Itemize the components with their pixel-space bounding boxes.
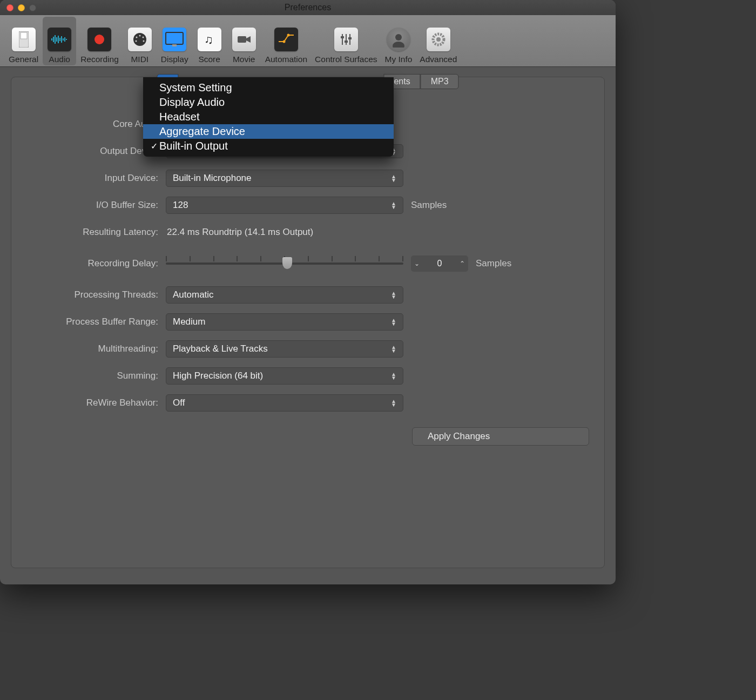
summing-select[interactable]: High Precision (64 bit) ▲▼ — [166, 367, 403, 385]
svg-point-32 — [395, 34, 402, 41]
svg-rect-22 — [238, 36, 246, 43]
summing-label: Summing: — [26, 371, 166, 381]
tab-my-info[interactable]: My Info — [382, 17, 416, 65]
slider-thumb[interactable] — [282, 257, 292, 269]
svg-rect-30 — [345, 41, 348, 43]
gear-icon — [427, 28, 450, 51]
preferences-window: Preferences General Audio Recording MID — [0, 0, 616, 584]
dropdown-item-system-setting[interactable]: System Setting — [143, 80, 394, 95]
input-device-label: Input Device: — [26, 173, 166, 184]
window-title: Preferences — [0, 3, 616, 12]
stepper-icon: ▲▼ — [391, 291, 396, 299]
dropdown-item-aggregate-device[interactable]: Aggregate Device — [143, 124, 394, 139]
tab-audio[interactable]: Audio — [43, 17, 76, 65]
select-value: Automatic — [173, 290, 214, 300]
row-multithreading: Multithreading: Playback & Live Tracks ▲… — [26, 340, 589, 358]
svg-point-14 — [139, 35, 140, 36]
stepper-icon: ▲▼ — [391, 318, 396, 326]
io-buffer-select[interactable]: 128 ▲▼ — [166, 197, 403, 214]
svg-point-33 — [393, 42, 404, 48]
svg-point-25 — [287, 33, 289, 36]
tab-label: MIDI — [131, 55, 148, 64]
dropdown-item-label: Display Audio — [159, 96, 225, 109]
row-recording-delay: Recording Delay: ⌄ 0 ⌃ Samples — [26, 254, 589, 273]
midi-icon — [128, 28, 152, 51]
chevron-up-icon[interactable]: ⌃ — [460, 260, 465, 267]
tab-movie[interactable]: Movie — [227, 17, 261, 65]
subtab-mp3[interactable]: MP3 — [421, 74, 459, 89]
buffer-range-select[interactable]: Medium ▲▼ — [166, 313, 403, 331]
tab-control-surfaces[interactable]: Control Surfaces — [312, 17, 380, 65]
select-value: Off — [173, 398, 185, 408]
buffer-range-label: Process Buffer Range: — [26, 317, 166, 327]
stepper-icon: ▲▼ — [391, 399, 396, 407]
tab-automation[interactable]: Automation — [262, 17, 310, 65]
switch-icon — [12, 28, 36, 51]
tab-recording[interactable]: Recording — [77, 17, 122, 65]
row-processing-threads: Processing Threads: Automatic ▲▼ — [26, 286, 589, 304]
apply-changes-button[interactable]: Apply Changes — [412, 427, 589, 446]
svg-point-15 — [136, 36, 137, 38]
music-note-icon: ♫ — [198, 28, 221, 51]
svg-text:♫: ♫ — [204, 33, 213, 46]
waveform-icon — [48, 28, 71, 51]
recording-delay-slider[interactable] — [166, 258, 403, 269]
tab-label: My Info — [385, 55, 413, 64]
latency-label: Resulting Latency: — [26, 227, 166, 238]
prefs-toolbar: General Audio Recording MIDI Display — [0, 15, 616, 67]
display-icon — [163, 28, 186, 51]
check-icon: ✓ — [148, 141, 159, 151]
tab-label: Control Surfaces — [315, 55, 377, 64]
rewire-select[interactable]: Off ▲▼ — [166, 394, 403, 412]
row-buffer-range: Process Buffer Range: Medium ▲▼ — [26, 313, 589, 331]
chevron-down-icon[interactable]: ⌄ — [414, 260, 420, 267]
svg-rect-31 — [348, 37, 352, 39]
multithreading-label: Multithreading: — [26, 344, 166, 354]
recording-delay-number[interactable]: ⌄ 0 ⌃ — [411, 255, 468, 272]
row-io-buffer: I/O Buffer Size: 128 ▲▼ Samples — [26, 196, 589, 214]
tab-label: Recording — [80, 55, 119, 64]
threads-select[interactable]: Automatic ▲▼ — [166, 286, 403, 304]
latency-value: 22.4 ms Roundtrip (14.1 ms Output) — [166, 227, 313, 238]
record-icon — [87, 28, 111, 51]
dropdown-item-label: System Setting — [159, 82, 232, 94]
rewire-label: ReWire Behavior: — [26, 398, 166, 408]
tab-label: Movie — [233, 55, 255, 64]
tab-midi[interactable]: MIDI — [123, 17, 157, 65]
tab-label: General — [9, 55, 38, 64]
threads-label: Processing Threads: — [26, 290, 166, 300]
svg-rect-1 — [21, 32, 27, 39]
tab-display[interactable]: Display — [158, 17, 192, 65]
row-summing: Summing: High Precision (64 bit) ▲▼ — [26, 367, 589, 385]
titlebar: Preferences — [0, 0, 616, 15]
svg-point-35 — [436, 37, 441, 42]
tab-label: Score — [198, 55, 220, 64]
select-value: High Precision (64 bit) — [173, 371, 263, 381]
svg-rect-19 — [166, 32, 183, 44]
tab-advanced[interactable]: Advanced — [416, 17, 460, 65]
dropdown-item-display-audio[interactable]: Display Audio — [143, 95, 394, 110]
input-device-select[interactable]: Built-in Microphone ▲▼ — [166, 170, 403, 187]
io-buffer-label: I/O Buffer Size: — [26, 200, 166, 211]
output-device-dropdown[interactable]: System Setting Display Audio Headset Agg… — [143, 77, 394, 157]
dropdown-item-built-in-output[interactable]: ✓ Built-in Output — [143, 139, 394, 153]
multithreading-select[interactable]: Playback & Live Tracks ▲▼ — [166, 340, 403, 358]
tab-score[interactable]: ♫ Score — [193, 17, 226, 65]
dropdown-item-label: Built-in Output — [159, 140, 228, 152]
stepper-icon: ▲▼ — [391, 345, 396, 353]
select-value: Medium — [173, 317, 205, 327]
svg-point-12 — [94, 35, 104, 44]
dropdown-item-label: Headset — [159, 111, 200, 123]
automation-icon — [274, 28, 298, 51]
apply-button-label: Apply Changes — [428, 431, 490, 441]
dropdown-item-headset[interactable]: Headset — [143, 110, 394, 124]
svg-point-18 — [143, 40, 144, 42]
svg-point-17 — [135, 40, 137, 42]
tab-label: Advanced — [420, 55, 457, 64]
tab-label: Audio — [49, 55, 70, 64]
person-icon — [387, 28, 410, 51]
io-buffer-suffix: Samples — [411, 200, 447, 211]
tab-general[interactable]: General — [5, 17, 42, 65]
svg-rect-20 — [172, 44, 177, 46]
faders-icon — [334, 28, 358, 51]
